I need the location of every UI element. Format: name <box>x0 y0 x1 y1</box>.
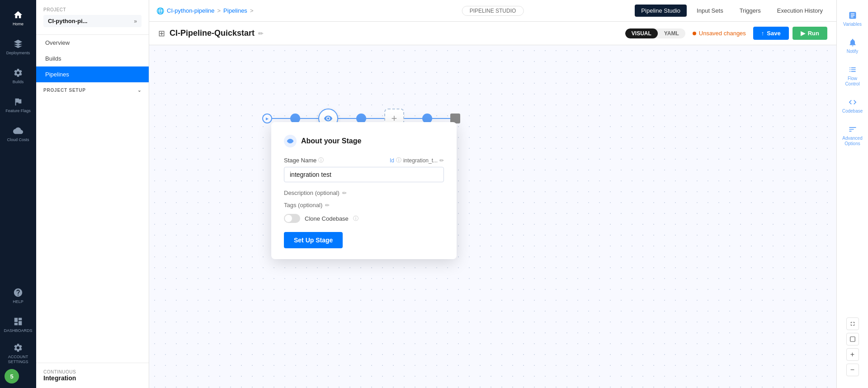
zoom-in-button[interactable]: + <box>846 348 859 361</box>
nav-item-builds[interactable]: Builds <box>36 51 149 66</box>
clone-codebase-label: Clone Codebase <box>305 215 349 222</box>
zoom-controls: + − <box>846 313 859 381</box>
right-tool-flow-control[interactable]: Flow Control <box>840 62 865 90</box>
start-node[interactable]: ▶ <box>262 114 272 123</box>
pipeline-header: ⊞ CI-Pipeline-Quickstart ✏ VISUAL YAML U… <box>149 22 836 45</box>
sidebar-label-help: HELP <box>13 299 24 304</box>
nav-label-builds: Builds <box>45 55 61 62</box>
unsaved-changes-label: Unsaved changes <box>699 30 746 37</box>
canvas-area[interactable]: ▶ + About your Stage <box>149 45 836 388</box>
unsaved-dot <box>693 32 696 35</box>
advanced-options-label: Advanced Options <box>842 136 863 147</box>
project-name: CI-python-pi... <box>48 18 87 24</box>
second-sidebar: Project CI-python-pi... » Overview Build… <box>36 0 149 388</box>
save-button[interactable]: ↑ Save <box>753 27 789 40</box>
sidebar-item-dashboards[interactable]: DASHBOARDS <box>5 311 32 338</box>
left-sidebar: Home Deployments Builds Feature Flags Cl… <box>0 0 36 388</box>
variables-label: Variables <box>843 22 862 27</box>
tags-row[interactable]: Tags (optional) ✏ <box>284 202 444 208</box>
edit-title-icon[interactable]: ✏ <box>258 30 264 37</box>
stage-id-label-row: Id ⓘ integration_t... ✏ <box>390 156 444 164</box>
project-setup-header: PROJECT SETUP ⌄ <box>36 82 149 95</box>
sidebar-label-account-settings: ACCOUNT SETTINGS <box>5 355 32 364</box>
sidebar-label-deployments: Deployments <box>6 51 30 56</box>
tab-triggers[interactable]: Triggers <box>733 5 767 17</box>
stage-popup-header: About your Stage <box>284 135 444 147</box>
svg-rect-0 <box>850 337 855 342</box>
stage-name-info-icon: ⓘ <box>318 156 324 164</box>
user-avatar[interactable]: 5 <box>5 369 19 383</box>
flow-line-2 <box>300 118 318 119</box>
toggle-visual[interactable]: VISUAL <box>625 28 658 38</box>
chevron-down-icon[interactable]: ⌄ <box>137 88 142 93</box>
run-button[interactable]: ▶ Run <box>793 27 827 40</box>
flow-line-4 <box>366 118 384 119</box>
sidebar-bottom: HELP DASHBOARDS ACCOUNT SETTINGS 5 <box>5 282 32 383</box>
tab-input-sets[interactable]: Input Sets <box>690 5 730 17</box>
frame-button[interactable] <box>846 333 859 345</box>
project-header: Project CI-python-pi... » <box>36 0 149 35</box>
stage-id-info-icon: ⓘ <box>396 156 401 164</box>
breadcrumb-link-pipelines[interactable]: Pipelines <box>223 7 247 14</box>
sidebar-item-feature-flags[interactable]: Feature Flags <box>5 91 32 118</box>
right-tool-advanced-options[interactable]: Advanced Options <box>840 121 865 150</box>
flow-control-label: Flow Control <box>842 76 863 87</box>
breadcrumb: 🌐 CI-python-pipeline > Pipelines > <box>156 7 253 14</box>
zoom-out-button[interactable]: − <box>846 364 859 376</box>
description-row[interactable]: Description (optional) ✏ <box>284 189 444 196</box>
sidebar-item-deployments[interactable]: Deployments <box>5 33 32 61</box>
tags-edit-icon[interactable]: ✏ <box>325 202 330 208</box>
sidebar-label-home: Home <box>13 22 24 27</box>
description-edit-icon[interactable]: ✏ <box>342 190 347 196</box>
stage-name-label-row: Stage Name ⓘ Id ⓘ integration_t... ✏ <box>284 156 444 164</box>
notify-label: Notify <box>847 49 859 54</box>
toggle-yaml[interactable]: YAML <box>658 28 685 38</box>
stage-popup-title: About your Stage <box>301 137 361 145</box>
right-tool-notify[interactable]: Notify <box>840 34 865 58</box>
sidebar-item-cloud-costs[interactable]: Cloud Costs <box>5 120 32 147</box>
tab-pipeline-studio[interactable]: Pipeline Studio <box>635 5 687 17</box>
avatar-badge: 5 <box>10 373 13 380</box>
stage-name-row: Stage Name ⓘ Id ⓘ integration_t... ✏ <box>284 156 444 182</box>
nav-label-overview: Overview <box>45 39 70 46</box>
globe-icon: 🌐 <box>156 7 164 14</box>
sidebar-item-builds[interactable]: Builds <box>5 62 32 90</box>
fit-to-screen-button[interactable] <box>846 317 859 330</box>
right-tool-variables[interactable]: Variables <box>840 7 865 31</box>
clone-codebase-toggle[interactable] <box>284 214 300 223</box>
sidebar-footer: CONTINUOUS Integration <box>36 363 149 388</box>
sidebar-item-help[interactable]: HELP <box>5 282 32 309</box>
breadcrumb-sep-1: > <box>217 7 221 14</box>
flow-line-1 <box>272 118 290 119</box>
flow-line-6 <box>432 118 450 119</box>
main-content: 🌐 CI-python-pipeline > Pipelines > PIPEL… <box>149 0 836 388</box>
right-sidebar: Variables Notify Flow Control Codebase A… <box>836 0 868 388</box>
project-selector[interactable]: CI-python-pi... » <box>43 15 142 27</box>
top-bar: 🌐 CI-python-pipeline > Pipelines > PIPEL… <box>149 0 836 22</box>
stage-id-value: integration_t... <box>403 157 438 164</box>
chevron-right-icon: » <box>134 18 137 24</box>
description-label: Description (optional) <box>284 189 340 196</box>
stage-name-input[interactable] <box>284 167 444 182</box>
continuous-label: CONTINUOUS <box>43 369 142 374</box>
sidebar-label-dashboards: DASHBOARDS <box>4 328 33 333</box>
setup-stage-button[interactable]: Set Up Stage <box>284 232 343 248</box>
breadcrumb-link-project[interactable]: CI-python-pipeline <box>167 7 215 14</box>
save-label: Save <box>767 30 780 37</box>
stage-popup: About your Stage Stage Name ⓘ Id ⓘ integ… <box>271 122 457 259</box>
stage-name-label: Stage Name ⓘ <box>284 156 324 164</box>
tab-execution-history[interactable]: Execution History <box>771 5 829 17</box>
sidebar-label-feature-flags: Feature Flags <box>5 109 31 114</box>
sidebar-item-home[interactable]: Home <box>5 5 32 32</box>
right-tool-codebase[interactable]: Codebase <box>840 94 865 118</box>
stage-id-edit-icon[interactable]: ✏ <box>439 157 444 164</box>
sidebar-label-cloud-costs: Cloud Costs <box>7 137 29 142</box>
nav-label-pipelines: Pipelines <box>45 71 69 78</box>
save-arrow-icon: ↑ <box>761 30 764 37</box>
run-label: Run <box>808 30 819 37</box>
nav-item-overview[interactable]: Overview <box>36 35 149 51</box>
sidebar-item-account-settings[interactable]: ACCOUNT SETTINGS <box>5 340 32 367</box>
run-play-icon: ▶ <box>801 30 805 37</box>
nav-item-pipelines[interactable]: Pipelines <box>36 66 149 82</box>
breadcrumb-sep-2: > <box>250 7 254 14</box>
